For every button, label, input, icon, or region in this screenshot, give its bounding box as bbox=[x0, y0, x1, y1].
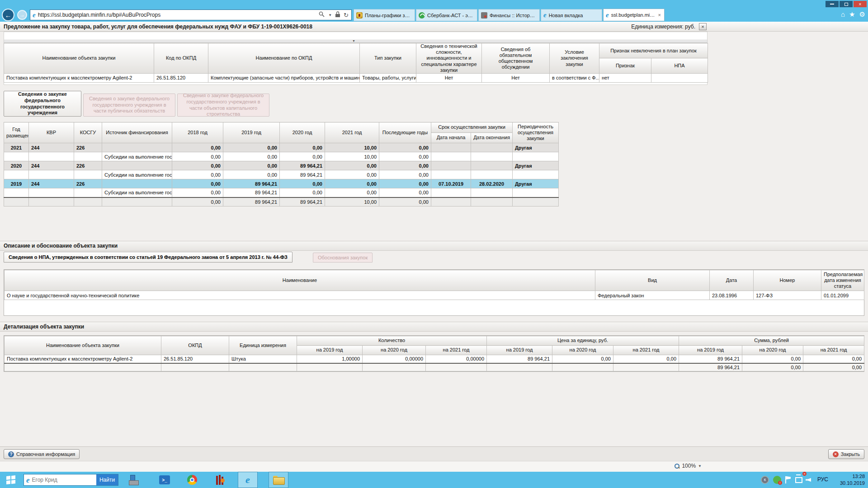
column-header: Наименование объекта закупки bbox=[5, 336, 161, 355]
forward-button[interactable]: → bbox=[17, 10, 27, 20]
cell-source: Субсидии на выполнение госуда... bbox=[102, 188, 172, 197]
internet-explorer-icon: e bbox=[26, 476, 30, 484]
search-input[interactable] bbox=[32, 477, 96, 483]
remote-desktop-taskbar-button[interactable] bbox=[125, 472, 143, 488]
cell-date-start bbox=[431, 152, 471, 161]
column-subheader: на 2019 год bbox=[487, 346, 552, 355]
security-shield-tray-icon[interactable]: К bbox=[761, 476, 769, 484]
cell-2020: 0,00 bbox=[280, 143, 325, 152]
column-header: Номер bbox=[754, 270, 821, 291]
browser-tab-active[interactable]: e ssl.budgetplan.minfin... × bbox=[603, 9, 665, 21]
zoom-level: 100% bbox=[682, 463, 696, 469]
column-header-group: Цена за единицу, руб. bbox=[487, 336, 679, 346]
taskbar-clock[interactable]: 13:28 30.10.2019 bbox=[834, 473, 865, 487]
tab-public-obligations[interactable]: Сведения о закупке федерального государс… bbox=[83, 94, 175, 117]
home-icon[interactable]: ⌂ bbox=[841, 10, 845, 19]
chrome-taskbar-button[interactable] bbox=[183, 472, 201, 488]
cell-date-start: 07.10.2019 bbox=[431, 179, 471, 188]
back-arrow-icon: ← bbox=[5, 11, 12, 19]
cell-complexity: Нет bbox=[416, 73, 482, 82]
cell-sum-2021: 0,00 bbox=[803, 355, 864, 363]
tab-purchase-justification[interactable]: Обоснования закупок bbox=[313, 253, 373, 263]
cell-kvr: 244 bbox=[29, 143, 74, 152]
close-tab-icon[interactable]: × bbox=[657, 12, 662, 18]
cell-later-years: 0,00 bbox=[379, 188, 431, 197]
favorites-star-icon[interactable]: ★ bbox=[849, 10, 855, 19]
cell-year bbox=[4, 197, 29, 206]
cell-kvr bbox=[29, 170, 74, 179]
close-button[interactable]: × Закрыть bbox=[828, 449, 864, 459]
collapse-splitter[interactable]: ▼ bbox=[4, 40, 708, 43]
tab-label: Сведения о закупке федерального государс… bbox=[8, 91, 77, 116]
start-button[interactable] bbox=[0, 472, 22, 488]
cell-price-2019: 89 964,21 bbox=[487, 355, 552, 363]
address-bar[interactable]: e ▼ ↻ bbox=[30, 9, 352, 20]
cell-kosgu: 226 bbox=[74, 179, 102, 188]
tab-capital-construction[interactable]: Сведения о закупке федерального государс… bbox=[177, 94, 269, 117]
cell-empty bbox=[297, 363, 363, 371]
url-input[interactable] bbox=[38, 12, 319, 18]
table-row-year-2021[interactable]: 2021 244 226 0,00 0,00 0,00 10,00 0,00 Д… bbox=[4, 143, 559, 152]
cell-sum-2020: 0,00 bbox=[742, 355, 803, 363]
npa-grid: Наименование Вид Дата Номер Предполагаем… bbox=[4, 269, 864, 316]
browser-tab[interactable]: Сбербанк-АСТ - электр... bbox=[416, 9, 477, 21]
cell-empty bbox=[161, 363, 229, 371]
cell-unit: Штука bbox=[229, 355, 297, 363]
cell-2019: 0,00 bbox=[223, 161, 280, 170]
minimize-icon bbox=[830, 4, 834, 5]
table-row-subsidy[interactable]: Субсидии на выполнение госуда... 0,00 89… bbox=[4, 188, 559, 197]
refresh-icon[interactable]: ↻ bbox=[344, 12, 349, 19]
close-window-button[interactable]: × bbox=[854, 1, 867, 7]
browser-tab[interactable]: e Новая вкладка bbox=[541, 9, 602, 21]
cell-source bbox=[102, 161, 172, 170]
folder-icon bbox=[273, 476, 284, 484]
financing-table: Год размещения КВР КОСГУ Источник финанс… bbox=[4, 122, 559, 206]
cell-kosgu: 226 bbox=[74, 143, 102, 152]
detail-table-row[interactable]: Поставка комплектующих к масспектрометру… bbox=[5, 355, 864, 363]
back-button[interactable]: ← bbox=[2, 9, 14, 21]
powershell-taskbar-button[interactable]: >_ bbox=[156, 472, 174, 488]
cell-2021: 0,00 bbox=[325, 188, 379, 197]
tab-federal-institution[interactable]: Сведения о закупке федерального государс… bbox=[4, 91, 81, 117]
npa-table-row[interactable]: О науке и государственной научно-техниче… bbox=[5, 291, 864, 300]
internet-explorer-taskbar-button-active[interactable]: e bbox=[238, 472, 258, 488]
column-header: Периодичность осуществления закупки bbox=[513, 122, 559, 143]
close-form-button[interactable]: × bbox=[699, 23, 707, 30]
table-row-year-2020[interactable]: 2020 244 226 0,00 0,00 89 964,21 0,00 0,… bbox=[4, 161, 559, 170]
section-title: Детализация объекта закупки bbox=[4, 322, 84, 331]
browser-tab[interactable]: Планы-графики закупо... bbox=[354, 9, 415, 21]
maximize-button[interactable] bbox=[840, 1, 853, 7]
search-icon[interactable] bbox=[319, 11, 325, 19]
red-app-taskbar-button[interactable] bbox=[211, 472, 229, 488]
tab-strip: Планы-графики закупо... Сбербанк-АСТ - э… bbox=[354, 8, 665, 22]
cell-purchase-type: Товары, работы, услуги bbox=[360, 73, 416, 82]
detail-grid: Наименование объекта закупки ОКПД Единиц… bbox=[4, 335, 864, 372]
clock-date: 30.10.2019 bbox=[834, 480, 865, 487]
zoom-dropdown-icon[interactable]: ▼ bbox=[698, 464, 702, 468]
reference-info-button[interactable]: ? Справочная информация bbox=[4, 449, 80, 459]
npa-empty-area bbox=[4, 300, 864, 315]
cell-source: Субсидии на выполнение госуда... bbox=[102, 170, 172, 179]
antivirus-tray-icon[interactable] bbox=[773, 476, 781, 484]
column-header: Код по ОКПД bbox=[154, 43, 208, 74]
table-row-subsidy[interactable]: Субсидии на выполнение госуда... 0,00 0,… bbox=[4, 170, 559, 179]
column-header: КВР bbox=[29, 122, 74, 143]
dropdown-arrow-icon[interactable]: ▼ bbox=[328, 13, 332, 17]
cell-kosgu bbox=[74, 188, 102, 197]
settings-gear-icon[interactable]: ⚙ bbox=[859, 10, 865, 19]
cell-periodicity: Другая bbox=[513, 179, 559, 188]
taskbar-search-box[interactable]: e Найти bbox=[24, 474, 118, 486]
cell-2020-total: 89 964,21 bbox=[280, 197, 325, 206]
minimize-button[interactable] bbox=[826, 1, 839, 7]
language-indicator[interactable]: РУС bbox=[817, 476, 828, 483]
table-row-subsidy[interactable]: Субсидии на выполнение госуда... 0,00 0,… bbox=[4, 152, 559, 161]
browser-tab[interactable]: Финансы :: История опе... bbox=[478, 9, 540, 21]
object-table-row[interactable]: Поставка комплектующих к масспектрометру… bbox=[4, 73, 708, 82]
file-explorer-taskbar-button[interactable] bbox=[269, 472, 288, 488]
internet-explorer-icon: e bbox=[245, 475, 250, 485]
zoom-control[interactable]: 100% ▼ bbox=[675, 463, 702, 469]
search-go-button[interactable]: Найти bbox=[96, 474, 118, 485]
cell-kvr: 244 bbox=[29, 161, 74, 170]
tab-npa-info[interactable]: Сведения о НПА, утвержденных в соответст… bbox=[4, 252, 292, 263]
table-row-year-2019-selected[interactable]: 2019 244 226 0,00 89 964,21 0,00 0,00 0,… bbox=[4, 179, 559, 188]
